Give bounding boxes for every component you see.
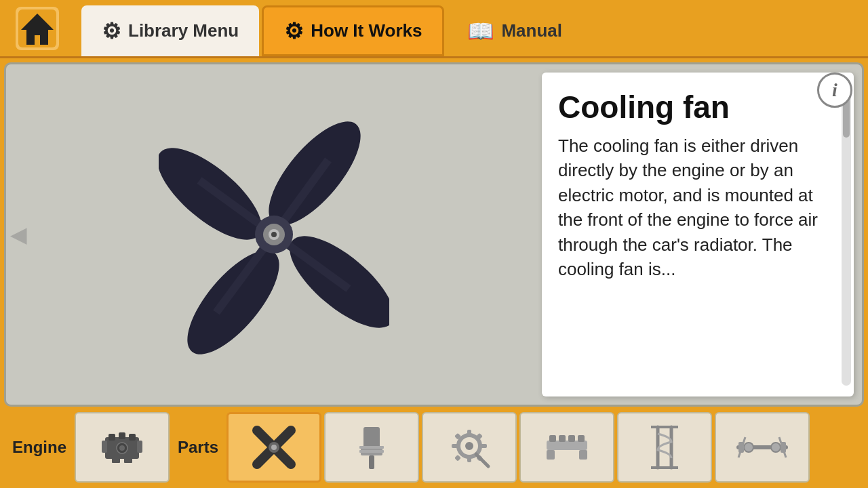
svg-point-28 [271, 445, 277, 450]
svg-rect-16 [108, 434, 115, 441]
manual-icon: 📖 [467, 18, 494, 44]
home-button[interactable] [0, 0, 75, 56]
svg-rect-48 [568, 435, 575, 442]
svg-rect-50 [547, 450, 555, 460]
how-it-works-tab[interactable]: ⚙ How It Works [262, 5, 444, 56]
part-title: Cooling fan [558, 89, 840, 125]
svg-rect-37 [467, 455, 471, 462]
svg-rect-38 [452, 444, 458, 448]
svg-rect-18 [129, 434, 136, 441]
library-menu-tab[interactable]: ⚙ Library Menu [81, 5, 259, 56]
svg-rect-46 [549, 435, 556, 442]
svg-rect-32 [359, 446, 384, 449]
svg-point-58 [771, 443, 781, 452]
library-tab-label: Library Menu [128, 20, 239, 41]
svg-line-44 [476, 454, 488, 466]
svg-rect-19 [102, 441, 107, 453]
svg-rect-36 [467, 430, 471, 436]
info-icon: i [832, 79, 837, 101]
svg-rect-22 [124, 458, 132, 463]
info-panel: Cooling fan The cooling fan is either dr… [542, 73, 854, 396]
svg-rect-47 [559, 435, 566, 442]
svg-rect-49 [578, 435, 585, 442]
main-content: ◀ [0, 58, 868, 488]
svg-rect-39 [480, 444, 487, 448]
svg-point-57 [744, 443, 753, 452]
left-arrow-icon: ◀ [10, 222, 27, 247]
svg-rect-51 [579, 450, 587, 460]
panel-scrollbar[interactable] [842, 83, 851, 386]
svg-point-5 [172, 237, 294, 363]
toolbar-item-axle[interactable] [715, 412, 810, 483]
engine-label: Engine [5, 438, 73, 457]
svg-rect-31 [369, 455, 374, 469]
toolbar-item-suspension[interactable] [617, 412, 712, 483]
how-it-works-label: How It Works [311, 20, 422, 41]
toolbar-item-gear[interactable] [422, 412, 517, 483]
svg-rect-21 [112, 458, 120, 463]
svg-rect-33 [359, 450, 384, 453]
toolbar-item-piston[interactable] [324, 412, 419, 483]
manual-label: Manual [501, 20, 562, 41]
cooling-fan-model [159, 106, 389, 363]
manual-tab[interactable]: 📖 Manual [447, 5, 583, 56]
toolbar-item-engine[interactable] [75, 412, 170, 483]
top-navigation: ⚙ Library Menu ⚙ How It Works 📖 Manual [0, 0, 868, 58]
svg-point-24 [119, 445, 125, 451]
library-icon: ⚙ [102, 18, 121, 44]
bottom-toolbar: Engine Parts [4, 411, 864, 484]
how-it-works-icon: ⚙ [284, 18, 304, 44]
svg-point-14 [271, 232, 277, 237]
toolbar-item-component1[interactable] [519, 412, 614, 483]
svg-rect-20 [137, 441, 142, 453]
svg-rect-43 [454, 455, 461, 462]
svg-rect-17 [119, 432, 125, 439]
svg-rect-45 [547, 441, 587, 450]
info-button[interactable]: i [817, 73, 852, 108]
parts-label: Parts [171, 438, 225, 457]
part-description: The cooling fan is either driven directl… [558, 134, 840, 281]
svg-point-35 [465, 442, 473, 450]
model-view: ◀ [6, 64, 542, 405]
toolbar-item-fan[interactable] [226, 412, 321, 483]
content-area: ◀ [4, 62, 864, 407]
